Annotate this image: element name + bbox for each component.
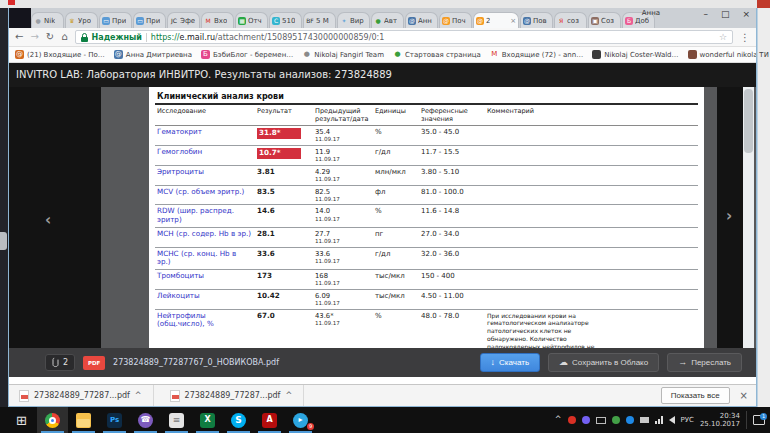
cloud-icon: ☁ (559, 358, 568, 367)
minimize-button[interactable]: – (703, 9, 708, 19)
viber-tray-icon[interactable] (582, 416, 590, 424)
messenger-icon: ▭ (136, 17, 144, 25)
download-button[interactable]: ↓ Скачать (480, 353, 541, 372)
download-item[interactable]: 273824889_77287...pdf ^ (160, 385, 311, 406)
bookmark-item[interactable]: ● Nikolaj Fangirl Team (302, 50, 384, 59)
cloud-app-tray-icon[interactable] (626, 416, 634, 424)
bookmark-item[interactable]: wonderful nikolaj (688, 50, 756, 59)
bookmark-item[interactable]: Nikolaj Coster-Wald… (592, 50, 678, 59)
chrome-icon[interactable] (37, 407, 68, 433)
lab-result-row: MCHC (ср. конц. Hb в эр.) 33.6 33.611.09… (155, 248, 698, 270)
browser-tab[interactable]: @ Пов (520, 12, 553, 28)
browser-tab[interactable]: ✦ Вир (337, 12, 370, 28)
viber-icon[interactable]: ☎ (130, 407, 161, 433)
scrollbar-thumb[interactable] (744, 89, 753, 153)
tabs: ● Nik ♛ Уро ▭ При (31, 8, 656, 28)
download-menu-chevron[interactable]: ^ (135, 391, 142, 400)
browser-tab[interactable]: ▭ При (99, 12, 132, 28)
test-name-link[interactable]: Гемоглобин (155, 148, 255, 157)
test-name-link[interactable]: Гематокрит (155, 128, 255, 137)
start-button[interactable]: ⊞ (6, 407, 37, 433)
network-icon[interactable] (655, 416, 663, 424)
volume-icon[interactable] (669, 416, 675, 424)
browser-tab[interactable]: ▦ Отч (235, 12, 268, 28)
browser-tab[interactable]: JC Эфе (167, 12, 200, 28)
browser-tab[interactable]: @ Анн (405, 12, 438, 28)
download-menu-chevron[interactable]: ^ (285, 391, 292, 400)
browser-tab[interactable]: ▭ При (133, 12, 166, 28)
address-bar[interactable]: Надежный https://e.mail.ru/attachment/15… (75, 30, 733, 44)
reference-range: 11.6 - 14.8 (419, 207, 485, 215)
browser-tab[interactable]: @ 2 × (473, 12, 519, 28)
test-name-link[interactable]: MCV (ср. объем эритр.) (155, 188, 255, 197)
browser-tab[interactable]: ♛ Уро (65, 12, 98, 28)
profile-name[interactable]: Анна (642, 9, 660, 17)
excel-icon[interactable]: X (192, 407, 223, 433)
prev-attachment-button[interactable]: ‹ (9, 87, 101, 348)
tab-title: Вир (350, 17, 364, 25)
browser-tab[interactable]: @ Поч (439, 12, 472, 28)
close-button[interactable]: × (742, 9, 750, 19)
action-center-icon[interactable]: 1 (753, 415, 765, 425)
babyblog-icon: Б (625, 17, 633, 25)
browser-tab[interactable]: M Вхо (201, 12, 234, 28)
photo-favicon (688, 50, 697, 59)
next-attachment-button[interactable]: › (717, 87, 743, 348)
test-name-link[interactable]: Эритроциты (155, 168, 255, 177)
forward-icon[interactable]: → (30, 32, 38, 42)
refresh-icon[interactable]: ↻ (46, 32, 54, 42)
display-tray-icon[interactable] (596, 417, 606, 424)
back-icon[interactable]: ← (15, 32, 23, 42)
telegram-icon[interactable]: ▸ 9 (285, 407, 316, 433)
bookmark-item[interactable]: M Входящие (72) - ann… (490, 50, 583, 59)
antivirus-tray-icon[interactable] (612, 416, 620, 424)
show-all-downloads-button[interactable]: Показать все (661, 387, 730, 404)
download-item[interactable]: 273824889_77287...pdf ^ (9, 385, 160, 406)
bookmark-item[interactable]: @ Анна Дмитриевна (114, 50, 192, 59)
telegram-tray-icon[interactable] (568, 416, 576, 424)
system-tray: ^ РУС 20:34 25.10.2017 1 (555, 411, 770, 429)
attachment-count[interactable]: 2 (45, 354, 75, 371)
test-name-link[interactable]: RDW (шир. распред. эритр) (155, 207, 255, 224)
tab-close-icon[interactable]: × (510, 17, 516, 25)
bookmark-item[interactable]: @ (21) Входящие - По… (15, 50, 105, 59)
bookmark-item[interactable]: ● Стартовая страница (393, 50, 481, 59)
download-filename: 273824889_77287...pdf (185, 391, 281, 400)
test-name-link[interactable]: MCHC (ср. конц. Hb в эр.) (155, 250, 255, 267)
forward-button[interactable]: → Переслать (667, 353, 742, 372)
sidebar-handle[interactable] (0, 232, 7, 250)
lab-report-document: Клинический анализ крови Исследование Ре… (149, 87, 704, 348)
maximize-button[interactable]: □ (721, 9, 730, 19)
device-tray-icon[interactable] (640, 417, 649, 423)
browser-tab[interactable]: ▣ Соз (588, 12, 621, 28)
bookmark-item[interactable]: Б БэбиБлог - беремен… (201, 50, 293, 59)
previous-result: 14.011.09.17 (313, 207, 373, 222)
test-name-link[interactable]: MCH (ср. содер. Hb в эр.) (155, 230, 255, 239)
skype-icon[interactable]: S (223, 407, 254, 433)
test-name-link[interactable]: Нейтрофилы (общ.число), % (155, 312, 255, 329)
bookmark-star-icon[interactable]: ☆ (719, 32, 727, 42)
close-downloads-icon[interactable]: × (740, 390, 748, 401)
test-name-link[interactable]: Лейкоциты (155, 292, 255, 301)
browser-tab[interactable]: ● Авт (371, 12, 404, 28)
acrobat-icon[interactable]: A (254, 407, 285, 433)
tray-expand-icon[interactable]: ^ (555, 416, 562, 424)
downloads-bar: 273824889_77287...pdf ^ 273824889_77287.… (9, 384, 756, 406)
file-explorer-icon[interactable] (68, 407, 99, 433)
page-scrollbar[interactable] (743, 87, 754, 348)
browser-tab[interactable]: BF 5 М (303, 12, 336, 28)
red-indicator (8, 0, 15, 5)
language-indicator[interactable]: РУС (681, 416, 694, 424)
home-icon[interactable]: ⌂ (61, 32, 67, 42)
browser-menu-icon[interactable]: ⋮ (740, 32, 750, 43)
clock[interactable]: 20:34 25.10.2017 (700, 412, 740, 429)
result-value: 3.81 (257, 168, 275, 177)
test-name-link[interactable]: Тромбоциты (155, 272, 255, 281)
browser-tab[interactable]: ● Nik (31, 12, 64, 28)
save-to-cloud-button[interactable]: ☁ Сохранить в Облако (548, 353, 659, 372)
photoshop-icon[interactable]: Ps (99, 407, 130, 433)
report-section-title: Клинический анализ крови (155, 91, 698, 105)
browser-tab[interactable]: C 510 (269, 12, 302, 28)
notes-icon[interactable]: ≡ (161, 407, 192, 433)
browser-tab[interactable]: Я соз (554, 12, 587, 28)
